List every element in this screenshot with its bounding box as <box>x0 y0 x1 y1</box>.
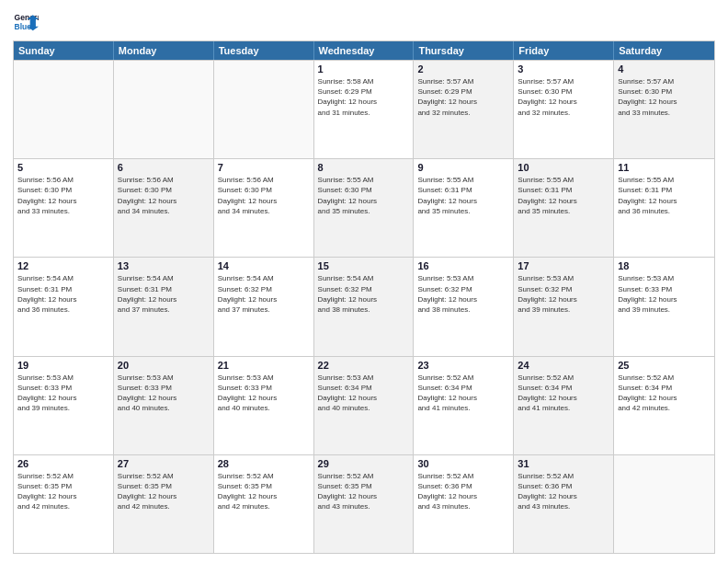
calendar-body: 1Sunrise: 5:58 AM Sunset: 6:29 PM Daylig… <box>14 60 714 553</box>
cal-cell: 26Sunrise: 5:52 AM Sunset: 6:35 PM Dayli… <box>14 455 114 553</box>
cell-info: Sunrise: 5:57 AM Sunset: 6:29 PM Dayligh… <box>417 76 509 118</box>
cell-info: Sunrise: 5:57 AM Sunset: 6:30 PM Dayligh… <box>618 76 711 118</box>
cell-info: Sunrise: 5:53 AM Sunset: 6:33 PM Dayligh… <box>218 373 310 414</box>
cal-cell: 29Sunrise: 5:52 AM Sunset: 6:35 PM Dayli… <box>314 455 415 553</box>
cell-info: Sunrise: 5:55 AM Sunset: 6:31 PM Dayligh… <box>417 175 509 216</box>
cal-cell: 14Sunrise: 5:54 AM Sunset: 6:32 PM Dayli… <box>214 258 314 355</box>
cal-cell: 7Sunrise: 5:56 AM Sunset: 6:30 PM Daylig… <box>214 159 314 257</box>
day-number: 8 <box>318 162 410 173</box>
cell-info: Sunrise: 5:52 AM Sunset: 6:35 PM Dayligh… <box>118 471 210 512</box>
cell-info: Sunrise: 5:53 AM Sunset: 6:33 PM Dayligh… <box>17 373 109 414</box>
cal-cell: 5Sunrise: 5:56 AM Sunset: 6:30 PM Daylig… <box>14 159 114 257</box>
cell-info: Sunrise: 5:56 AM Sunset: 6:30 PM Dayligh… <box>218 175 310 216</box>
cell-info: Sunrise: 5:56 AM Sunset: 6:30 PM Dayligh… <box>118 175 210 216</box>
cell-info: Sunrise: 5:52 AM Sunset: 6:34 PM Dayligh… <box>618 373 711 414</box>
cal-cell: 9Sunrise: 5:55 AM Sunset: 6:31 PM Daylig… <box>414 159 514 257</box>
day-number: 7 <box>218 162 310 173</box>
week-row-4: 19Sunrise: 5:53 AM Sunset: 6:33 PM Dayli… <box>14 356 714 454</box>
day-number: 14 <box>218 260 310 271</box>
cell-info: Sunrise: 5:53 AM Sunset: 6:33 PM Dayligh… <box>618 273 711 315</box>
day-number: 23 <box>417 360 509 371</box>
header-day-thursday: Thursday <box>414 41 514 60</box>
day-number: 5 <box>17 162 109 173</box>
cell-info: Sunrise: 5:56 AM Sunset: 6:30 PM Dayligh… <box>17 175 109 216</box>
cal-cell: 20Sunrise: 5:53 AM Sunset: 6:33 PM Dayli… <box>114 357 214 454</box>
cal-cell <box>14 61 114 158</box>
logo-icon: General Blue <box>13 9 39 35</box>
cal-cell: 6Sunrise: 5:56 AM Sunset: 6:30 PM Daylig… <box>114 159 214 257</box>
cal-cell: 18Sunrise: 5:53 AM Sunset: 6:33 PM Dayli… <box>614 258 714 355</box>
cal-cell: 13Sunrise: 5:54 AM Sunset: 6:31 PM Dayli… <box>114 258 214 355</box>
cal-cell: 12Sunrise: 5:54 AM Sunset: 6:31 PM Dayli… <box>14 258 114 355</box>
header-day-tuesday: Tuesday <box>214 41 314 60</box>
day-number: 30 <box>417 458 509 469</box>
day-number: 31 <box>518 458 609 469</box>
cell-info: Sunrise: 5:54 AM Sunset: 6:32 PM Dayligh… <box>318 273 410 315</box>
cell-info: Sunrise: 5:52 AM Sunset: 6:35 PM Dayligh… <box>318 471 410 512</box>
day-number: 20 <box>118 360 210 371</box>
cell-info: Sunrise: 5:55 AM Sunset: 6:31 PM Dayligh… <box>518 175 609 216</box>
header-day-saturday: Saturday <box>614 41 714 60</box>
day-number: 21 <box>218 360 310 371</box>
day-number: 11 <box>618 162 711 173</box>
cell-info: Sunrise: 5:53 AM Sunset: 6:32 PM Dayligh… <box>518 273 609 315</box>
cal-cell: 16Sunrise: 5:53 AM Sunset: 6:32 PM Dayli… <box>414 258 514 355</box>
cal-cell: 30Sunrise: 5:52 AM Sunset: 6:36 PM Dayli… <box>414 455 514 553</box>
day-number: 22 <box>318 360 410 371</box>
cal-cell: 22Sunrise: 5:53 AM Sunset: 6:34 PM Dayli… <box>314 357 415 454</box>
header-day-friday: Friday <box>514 41 614 60</box>
cell-info: Sunrise: 5:52 AM Sunset: 6:36 PM Dayligh… <box>518 471 609 512</box>
cell-info: Sunrise: 5:54 AM Sunset: 6:32 PM Dayligh… <box>218 273 310 315</box>
week-row-1: 1Sunrise: 5:58 AM Sunset: 6:29 PM Daylig… <box>14 60 714 158</box>
cal-cell: 1Sunrise: 5:58 AM Sunset: 6:29 PM Daylig… <box>314 61 415 158</box>
cal-cell: 17Sunrise: 5:53 AM Sunset: 6:32 PM Dayli… <box>514 258 614 355</box>
day-number: 6 <box>118 162 210 173</box>
cal-cell: 31Sunrise: 5:52 AM Sunset: 6:36 PM Dayli… <box>514 455 614 553</box>
day-number: 1 <box>318 63 410 75</box>
cal-cell: 21Sunrise: 5:53 AM Sunset: 6:33 PM Dayli… <box>214 357 314 454</box>
day-number: 18 <box>618 260 711 271</box>
cal-cell: 28Sunrise: 5:52 AM Sunset: 6:35 PM Dayli… <box>214 455 314 553</box>
cell-info: Sunrise: 5:55 AM Sunset: 6:30 PM Dayligh… <box>318 175 410 216</box>
day-number: 27 <box>118 458 210 469</box>
cell-info: Sunrise: 5:53 AM Sunset: 6:33 PM Dayligh… <box>118 373 210 414</box>
cell-info: Sunrise: 5:57 AM Sunset: 6:30 PM Dayligh… <box>518 76 609 118</box>
cal-cell: 19Sunrise: 5:53 AM Sunset: 6:33 PM Dayli… <box>14 357 114 454</box>
day-number: 12 <box>17 260 109 271</box>
day-number: 26 <box>17 458 109 469</box>
cal-cell <box>214 61 314 158</box>
day-number: 15 <box>318 260 410 271</box>
cell-info: Sunrise: 5:52 AM Sunset: 6:36 PM Dayligh… <box>417 471 509 512</box>
cell-info: Sunrise: 5:53 AM Sunset: 6:32 PM Dayligh… <box>417 273 509 315</box>
header-day-wednesday: Wednesday <box>314 41 415 60</box>
cal-cell: 8Sunrise: 5:55 AM Sunset: 6:30 PM Daylig… <box>314 159 415 257</box>
cal-cell: 24Sunrise: 5:52 AM Sunset: 6:34 PM Dayli… <box>514 357 614 454</box>
cal-cell: 2Sunrise: 5:57 AM Sunset: 6:29 PM Daylig… <box>414 61 514 158</box>
cal-cell <box>114 61 214 158</box>
cell-info: Sunrise: 5:52 AM Sunset: 6:34 PM Dayligh… <box>518 373 609 414</box>
cal-cell <box>614 455 714 553</box>
day-number: 4 <box>618 63 711 75</box>
cell-info: Sunrise: 5:52 AM Sunset: 6:34 PM Dayligh… <box>417 373 509 414</box>
week-row-3: 12Sunrise: 5:54 AM Sunset: 6:31 PM Dayli… <box>14 257 714 355</box>
cal-cell: 25Sunrise: 5:52 AM Sunset: 6:34 PM Dayli… <box>614 357 714 454</box>
calendar-header: SundayMondayTuesdayWednesdayThursdayFrid… <box>14 41 714 60</box>
cell-info: Sunrise: 5:55 AM Sunset: 6:31 PM Dayligh… <box>618 175 711 216</box>
cell-info: Sunrise: 5:58 AM Sunset: 6:29 PM Dayligh… <box>318 76 410 118</box>
logo: General Blue <box>13 9 39 35</box>
day-number: 29 <box>318 458 410 469</box>
cell-info: Sunrise: 5:54 AM Sunset: 6:31 PM Dayligh… <box>17 273 109 315</box>
header-day-sunday: Sunday <box>14 41 114 60</box>
day-number: 17 <box>518 260 609 271</box>
cell-info: Sunrise: 5:52 AM Sunset: 6:35 PM Dayligh… <box>218 471 310 512</box>
calendar: SundayMondayTuesdayWednesdayThursdayFrid… <box>13 40 715 554</box>
cal-cell: 27Sunrise: 5:52 AM Sunset: 6:35 PM Dayli… <box>114 455 214 553</box>
day-number: 19 <box>17 360 109 371</box>
cell-info: Sunrise: 5:52 AM Sunset: 6:35 PM Dayligh… <box>17 471 109 512</box>
cell-info: Sunrise: 5:54 AM Sunset: 6:31 PM Dayligh… <box>118 273 210 315</box>
day-number: 2 <box>417 63 509 75</box>
day-number: 24 <box>518 360 609 371</box>
week-row-2: 5Sunrise: 5:56 AM Sunset: 6:30 PM Daylig… <box>14 158 714 257</box>
cal-cell: 23Sunrise: 5:52 AM Sunset: 6:34 PM Dayli… <box>414 357 514 454</box>
cal-cell: 11Sunrise: 5:55 AM Sunset: 6:31 PM Dayli… <box>614 159 714 257</box>
